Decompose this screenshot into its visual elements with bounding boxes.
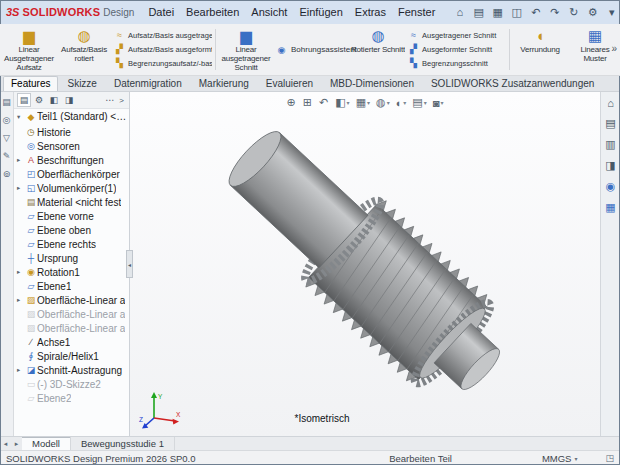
tree-item[interactable]: ▱ Ebene1	[14, 279, 129, 293]
appearances-icon[interactable]: ◉	[606, 180, 616, 193]
expand-arrow-icon[interactable]: ▸	[17, 366, 25, 374]
document-icon[interactable]: ▤	[2, 97, 11, 107]
expand-arrow-icon[interactable]: ▸	[17, 296, 25, 304]
expand-arrow-icon[interactable]: ▸	[17, 268, 25, 276]
zoom-area-icon[interactable]: ⊞	[303, 96, 313, 109]
tree-item[interactable]: ▸ ◪ Schnitt-Austragung	[14, 363, 129, 377]
tree-item[interactable]: ∕ Achse1	[14, 335, 129, 349]
lofted-boss-button[interactable]: ▞ Aufsatz/Basis ausgeformt	[112, 43, 212, 55]
tree-item[interactable]: ┼ Ursprung	[14, 251, 129, 265]
tree-item[interactable]: ▱ Ebene rechts	[14, 237, 129, 251]
featuremanager-tab-icon[interactable]: ▤	[17, 93, 31, 107]
status-options-icon[interactable]: ◳	[605, 453, 614, 463]
menu-item[interactable]: Bearbeiten	[180, 2, 245, 22]
view-orientation-icon[interactable]: ▦ ▾	[356, 96, 370, 109]
undo-icon[interactable]: ↶	[527, 6, 544, 19]
tree-item[interactable]: ▱ Ebene oben	[14, 223, 129, 237]
configurationmanager-tab-icon[interactable]: ◧	[47, 93, 61, 107]
panel-collapse-handle[interactable]: ◂	[126, 250, 133, 278]
command-tab[interactable]: Markierung	[191, 76, 257, 91]
home-icon[interactable]: ⌂	[451, 6, 468, 18]
tree-item[interactable]: ∮ Spirale/Helix1	[14, 349, 129, 363]
command-tab[interactable]: Evaluieren	[258, 76, 321, 91]
tree-item[interactable]: ▸ ◱ Volumenkörper(1)	[14, 181, 129, 195]
view-palette-icon[interactable]: ◨	[605, 159, 615, 172]
lofted-cut-button[interactable]: ▞ Ausgeformter Schnitt	[406, 43, 506, 55]
command-tab[interactable]: MBD-Dimensionen	[322, 76, 422, 91]
previous-view-icon[interactable]: ↶	[319, 96, 329, 109]
panel-tabs-more[interactable]: ⋯	[105, 95, 115, 105]
open-icon[interactable]: ▤	[470, 6, 487, 19]
tree-root-item[interactable]: ▾ ◆ Teil1 (Standard) <<Stand	[14, 109, 129, 124]
hole-wizard-button[interactable]: ◉ Bohrungsassistent	[274, 43, 350, 57]
visibility-icon[interactable]: ◎	[3, 115, 11, 125]
resources-home-icon[interactable]: ⌂	[607, 97, 614, 109]
tab-scroll-left-icon[interactable]: ◂	[0, 437, 11, 450]
units-selector[interactable]: MMGS	[542, 453, 572, 464]
tree-item[interactable]: ▸ A Beschriftungen	[14, 153, 129, 167]
swept-cut-button[interactable]: ≈ Ausgetragener Schnitt	[406, 29, 506, 41]
sketch-pencil-icon[interactable]: ✎	[3, 151, 11, 161]
menu-item[interactable]: Datei	[142, 2, 180, 22]
propertymanager-tab-icon[interactable]: ⚙	[32, 93, 46, 107]
zoom-fit-icon[interactable]: ⊕	[287, 96, 297, 109]
scene-icon[interactable]: ◙ ▾	[433, 97, 444, 109]
file-explorer-icon[interactable]: ▥	[605, 138, 615, 151]
tree-item[interactable]: ▱ Ebene2	[14, 391, 129, 405]
ribbon-overflow-chevron[interactable]: »	[611, 43, 617, 54]
dimxpert-tab-icon[interactable]: ◨	[62, 93, 76, 107]
boundary-boss-button[interactable]: ▚ Begrenzungsaufsatz/-basis	[112, 57, 212, 69]
tree-item[interactable]: ◰ Oberflächenkörper	[14, 167, 129, 181]
edit-appearance-icon[interactable]: ▤ ▾	[412, 96, 426, 109]
filter-icon[interactable]: ▽	[3, 133, 10, 143]
command-tab[interactable]: SOLIDWORKS Zusatzanwendungen	[423, 76, 602, 91]
hide-show-items-icon[interactable]: ◐ ▾	[396, 97, 407, 109]
extruded-cut-button[interactable]: ▆ Linear ausgetragener Schnitt	[219, 25, 273, 74]
tree-item[interactable]: ▸ ◉ Rotation1	[14, 265, 129, 279]
expand-arrow-icon[interactable]: ▸	[17, 156, 25, 164]
menu-item[interactable]: Extras	[349, 2, 392, 22]
tree-item[interactable]: ▱ Ebene vorne	[14, 209, 129, 223]
display-style-icon[interactable]: ◍ ▾	[376, 96, 390, 109]
document-tab[interactable]: Bewegungsstudie 1	[71, 437, 175, 450]
revolved-cut-button[interactable]: ◍ Rotierter Schnitt	[351, 25, 405, 74]
gear-shaft-model[interactable]	[130, 92, 600, 436]
document-tab[interactable]: Modell	[22, 437, 71, 450]
print-icon[interactable]: ◫	[508, 6, 525, 19]
tree-item[interactable]: ◷ Historie	[14, 125, 129, 139]
extruded-boss-button[interactable]: ▆ Linear Ausgetragener Aufsatz	[2, 25, 56, 74]
panel-expand-arrow[interactable]: >	[117, 96, 126, 105]
feature-label: Ebene oben	[37, 225, 91, 236]
tab-scroll-right-icon[interactable]: ▸	[11, 437, 22, 450]
tree-item[interactable]: ▨ Oberfläche-Linear a	[14, 321, 129, 335]
save-icon[interactable]: ▦	[489, 6, 506, 19]
dropdown-caret-icon[interactable]: ▾	[603, 6, 620, 19]
fillet-button[interactable]: ◖ Verrundung	[513, 25, 567, 74]
tree-item[interactable]: ▨ Oberfläche-Linear a	[14, 307, 129, 321]
design-library-icon[interactable]: ▤	[605, 117, 615, 130]
menu-item[interactable]: Ansicht	[245, 2, 293, 22]
tree-item[interactable]: ▭ (-) 3D-Skizze2	[14, 377, 129, 391]
section-view-icon[interactable]: ◧ ▾	[335, 96, 349, 109]
tree-item[interactable]: ▤ Material <nicht fest	[14, 195, 129, 209]
expand-arrow-icon[interactable]: ▸	[17, 184, 25, 192]
tree-item[interactable]: ▸ ▨ Oberfläche-Linear a	[14, 293, 129, 307]
tree-item[interactable]: ◎ Sensoren	[14, 139, 129, 153]
target-icon[interactable]: ⊚	[3, 169, 11, 179]
menu-item[interactable]: Fenster	[392, 2, 441, 22]
redo-icon[interactable]: ↷	[546, 6, 563, 19]
revolved-boss-button[interactable]: ◍ Aufsatz/Basis rotiert	[57, 25, 111, 74]
command-tab[interactable]: Skizze	[59, 76, 104, 91]
rebuild-icon[interactable]: ↻	[565, 6, 582, 19]
menu-item[interactable]: Einfügen	[293, 2, 348, 22]
graphics-viewport[interactable]: ⊕ ⊞ ↶ ◧ ▾	[130, 92, 600, 436]
boundary-cut-button[interactable]: ▚ Begrenzungsschnitt	[406, 57, 506, 69]
feature-label: Schnitt-Austragung	[37, 365, 122, 376]
command-tab[interactable]: Features	[3, 76, 58, 91]
feature-label: Oberfläche-Linear a	[37, 323, 125, 334]
options-gear-icon[interactable]: ⚙	[584, 6, 601, 19]
expand-arrow-icon[interactable]: ▾	[17, 113, 25, 121]
swept-boss-button[interactable]: ≈ Aufsatz/Basis ausgetragen	[112, 29, 212, 41]
custom-properties-icon[interactable]: ▦	[605, 201, 615, 214]
command-tab[interactable]: Datenmigration	[106, 76, 190, 91]
